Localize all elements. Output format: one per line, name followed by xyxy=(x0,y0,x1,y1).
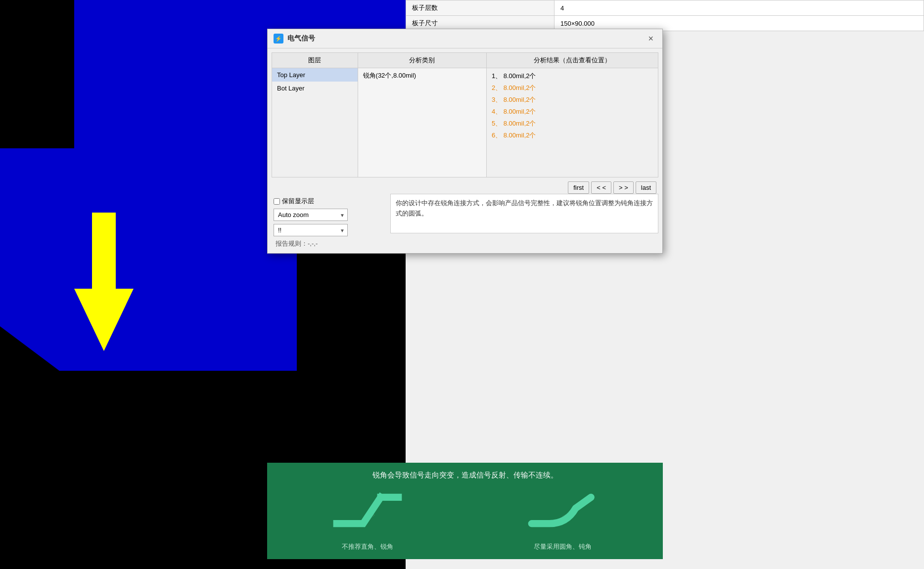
right-warning: 你的设计中存在锐角连接方式，会影响产品信号完整性，建议将锐角位置调整为钝角连接方… xyxy=(390,194,658,249)
result-index: 4、 xyxy=(492,108,502,115)
result-item-3[interactable]: 3、 8.00mil,2个 xyxy=(491,94,654,106)
bad-angle-item: 华秋DFM 不推荐直角、锐角 xyxy=(275,488,460,551)
analysis-table: 图层 分析类别 分析结果（点击查看位置） Top Layer Bot Layer… xyxy=(272,52,658,177)
pagination: first < < > > last xyxy=(272,181,658,194)
analysis-text: 锐角(32个,8.00mil) xyxy=(363,72,416,79)
next-button[interactable]: > > xyxy=(613,181,634,194)
modal-title-area: ⚡ 电气信号 xyxy=(274,34,315,44)
modal-icon: ⚡ xyxy=(274,34,283,44)
preserve-layer-checkbox[interactable] xyxy=(274,198,280,205)
col-layer-header: 图层 xyxy=(272,53,358,68)
result-cell: 1、 8.00mil,2个 2、 8.00mil,2个 3、 8.00mil,2… xyxy=(486,68,658,177)
lower-section: 保留显示层 Auto zoom Fit 100% ▼ xyxy=(272,194,658,249)
severity-dropdown-wrapper: !! ! √ ▼ xyxy=(274,224,348,236)
dropdown2-row: !! ! √ ▼ xyxy=(274,224,388,236)
dropdown1-row: Auto zoom Fit 100% ▼ xyxy=(274,209,388,221)
analysis-cell: 锐角(32个,8.00mil) xyxy=(358,68,486,177)
result-value: 8.00mil,2个 xyxy=(504,120,536,127)
modal-dialog: ⚡ 电气信号 × 图层 分析类别 分析结果（点击查看位置） Top Layer xyxy=(267,29,663,254)
report-rule: 报告规则：-,-,- xyxy=(274,238,388,249)
close-button[interactable]: × xyxy=(645,33,656,44)
result-index: 5、 xyxy=(492,120,502,127)
result-index: 3、 xyxy=(492,96,502,103)
result-item-5[interactable]: 5、 8.00mil,2个 xyxy=(491,118,654,130)
info-box-content: 华秋DFM 不推荐直角、锐角 华秋DFM 尽量采用圆角、钝角 xyxy=(275,488,655,551)
layer-item-bot[interactable]: Bot Layer xyxy=(272,82,358,95)
result-item-6[interactable]: 6、 8.00mil,2个 xyxy=(491,130,654,141)
checkbox-row: 保留显示层 xyxy=(274,197,388,206)
first-button[interactable]: first xyxy=(568,181,589,194)
layer-list: Top Layer Bot Layer xyxy=(272,68,358,177)
modal-body: 图层 分析类别 分析结果（点击查看位置） Top Layer Bot Layer… xyxy=(268,48,662,253)
modal-title-text: 电气信号 xyxy=(287,34,315,43)
result-value: 8.00mil,2个 xyxy=(504,131,536,139)
result-list[interactable]: 1、 8.00mil,2个 2、 8.00mil,2个 3、 8.00mil,2… xyxy=(487,68,658,177)
prop-label: 板子层数 xyxy=(406,0,554,16)
result-value: 8.00mil,2个 xyxy=(504,108,536,115)
last-button[interactable]: last xyxy=(636,181,656,194)
result-item-1[interactable]: 1、 8.00mil,2个 xyxy=(491,70,654,82)
result-value: 8.00mil,2个 xyxy=(504,72,536,80)
severity-dropdown[interactable]: !! ! √ xyxy=(274,224,348,236)
properties-table: 板子层数 4 板子尺寸 150×90.000 xyxy=(406,0,924,31)
warning-text: 你的设计中存在锐角连接方式，会影响产品信号完整性，建议将锐角位置调整为钝角连接方… xyxy=(390,194,658,233)
info-box: 锐角会导致信号走向突变，造成信号反射、传输不连续。 华秋DFM 不推荐直角、锐角… xyxy=(267,463,663,559)
result-item-4[interactable]: 4、 8.00mil,2个 xyxy=(491,106,654,118)
left-controls: 保留显示层 Auto zoom Fit 100% ▼ xyxy=(272,194,390,249)
pcb-blue-bottom xyxy=(0,148,297,371)
result-index: 6、 xyxy=(492,131,502,139)
bad-angle-svg: 华秋DFM xyxy=(328,488,407,537)
checkbox-text: 保留显示层 xyxy=(282,197,314,206)
info-box-title: 锐角会导致信号走向突变，造成信号反射、传输不连续。 xyxy=(275,471,655,480)
prop-value: 4 xyxy=(554,0,924,16)
zoom-dropdown-wrapper: Auto zoom Fit 100% ▼ xyxy=(274,209,348,221)
result-index: 2、 xyxy=(492,84,502,91)
result-value: 8.00mil,2个 xyxy=(504,96,536,103)
preserve-layer-checkbox-label[interactable]: 保留显示层 xyxy=(274,197,314,206)
zoom-dropdown[interactable]: Auto zoom Fit 100% xyxy=(274,209,348,221)
col-result-header: 分析结果（点击查看位置） xyxy=(486,53,658,68)
layer-cell: Top Layer Bot Layer xyxy=(272,68,358,177)
table-row: 板子层数 4 xyxy=(406,0,924,16)
result-index: 1、 xyxy=(492,72,502,80)
bad-angle-label: 不推荐直角、锐角 xyxy=(342,542,393,551)
good-angle-item: 华秋DFM 尽量采用圆角、钝角 xyxy=(470,488,655,551)
result-item-2[interactable]: 2、 8.00mil,2个 xyxy=(491,82,654,94)
modal-header: ⚡ 电气信号 × xyxy=(268,29,662,48)
result-value: 8.00mil,2个 xyxy=(504,84,536,91)
layer-item-top[interactable]: Top Layer xyxy=(272,68,358,82)
prev-button[interactable]: < < xyxy=(591,181,611,194)
good-angle-label: 尽量采用圆角、钝角 xyxy=(534,542,592,551)
col-analysis-header: 分析类别 xyxy=(358,53,486,68)
good-angle-svg: 华秋DFM xyxy=(523,488,602,537)
